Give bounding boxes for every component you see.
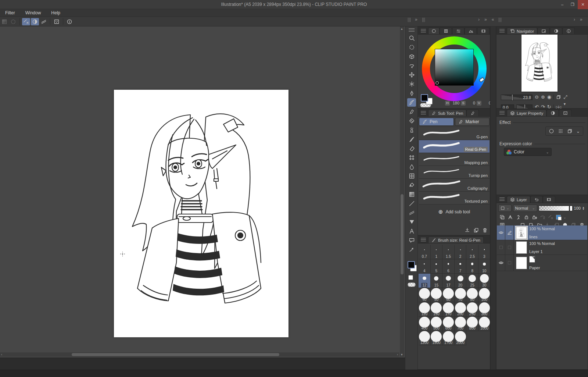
brush-item-calligraphy[interactable]: Calligraphy: [419, 179, 490, 192]
tool-line[interactable]: [407, 199, 416, 208]
layer-color-chevron-icon[interactable]: ⌄: [563, 216, 566, 219]
import-sub-tool-icon[interactable]: [465, 227, 470, 233]
horizontal-scrollbar[interactable]: ‹ ›: [0, 352, 399, 357]
zoom-slider-handle[interactable]: [512, 94, 513, 101]
zoom-slider[interactable]: 23.8: [501, 95, 533, 100]
expand-chevrons-icon[interactable]: »: [415, 17, 418, 22]
opacity-value[interactable]: 100: [574, 206, 581, 210]
brush-size-50[interactable]: 50: [431, 288, 443, 302]
tool-text[interactable]: [407, 227, 416, 235]
brush-size-0.7[interactable]: 0.7: [419, 245, 431, 259]
tab-sub-tool-alt[interactable]: [466, 110, 479, 116]
tab-intermediate-color[interactable]: [477, 28, 490, 34]
layer-name[interactable]: Paper: [529, 266, 540, 270]
layer-property-menu-icon[interactable]: [499, 111, 505, 114]
sv-cursor-icon[interactable]: [435, 81, 439, 85]
main-color-swatch[interactable]: [408, 261, 415, 268]
collapse-chevrons-icon[interactable]: «: [492, 17, 495, 22]
tool-gradient[interactable]: [407, 190, 416, 199]
brush-size-150[interactable]: 150: [431, 302, 443, 317]
brush-size-7[interactable]: 7: [455, 259, 467, 274]
tool-palette-menu-icon[interactable]: [409, 28, 415, 32]
color-panel-menu-icon[interactable]: [421, 29, 426, 32]
brush-size-2000[interactable]: 2000: [455, 331, 467, 345]
tool-kneaded-eraser[interactable]: [407, 117, 416, 125]
canvas-page[interactable]: [114, 90, 288, 337]
brush-size-1[interactable]: 1: [431, 245, 443, 259]
tab-timeline[interactable]: [543, 196, 555, 203]
tab-color-mixing[interactable]: [465, 28, 477, 34]
tool-pen-nib[interactable]: [407, 89, 416, 97]
tool-move[interactable]: [407, 71, 416, 79]
brush-size-2[interactable]: 2: [455, 245, 467, 259]
brush-size-menu-icon[interactable]: [421, 238, 426, 241]
layer-thumbnail[interactable]: [516, 227, 527, 239]
tone-effect-icon[interactable]: [558, 128, 563, 134]
sub-tool-menu-icon[interactable]: [421, 111, 426, 114]
opacity-slider[interactable]: [539, 206, 573, 211]
tool-airbrush[interactable]: [407, 126, 416, 134]
menu-filter[interactable]: Filter: [0, 9, 20, 17]
layer-visibility-toggle[interactable]: [497, 240, 505, 255]
brush-item-real-g-pen[interactable]: Real G-Pen: [419, 140, 490, 153]
brush-size-30[interactable]: 30: [478, 274, 491, 288]
tool-zoom[interactable]: [407, 34, 416, 42]
scroll-up-icon[interactable]: ▴: [401, 26, 403, 31]
tablet-mode-button[interactable]: [53, 18, 61, 25]
tool-lasso-selection[interactable]: [407, 61, 416, 70]
layer-editing-icon[interactable]: [505, 255, 514, 271]
close-button[interactable]: ✕: [578, 0, 588, 9]
layer-editing-icon[interactable]: [505, 240, 514, 255]
panel-main-color-swatch[interactable]: [421, 94, 428, 102]
tool-operation[interactable]: [407, 52, 416, 61]
lock-transparent-pixels-icon[interactable]: [532, 214, 537, 220]
brush-size-1500[interactable]: 1500: [431, 331, 443, 345]
brush-size-12[interactable]: 12: [419, 274, 431, 288]
tool-selection-marquee[interactable]: [407, 43, 416, 51]
layer-color-swatch[interactable]: [556, 215, 561, 220]
layer-name[interactable]: Layer 1: [529, 249, 555, 254]
zoom-in-icon[interactable]: ⊕: [541, 94, 545, 100]
layer-name[interactable]: lines: [529, 235, 555, 239]
brush-size-120[interactable]: 120: [419, 302, 431, 317]
tab-layer[interactable]: Layer: [507, 196, 530, 203]
blend-mode-dropdown[interactable]: Normal⌄: [513, 204, 537, 212]
brush-size-500[interactable]: 500: [431, 317, 443, 331]
tool-frame[interactable]: [407, 218, 416, 226]
tab-layer-property[interactable]: Layer Property: [507, 110, 546, 116]
saturation-value-square[interactable]: [435, 49, 474, 86]
layer-panel-menu-icon[interactable]: [499, 198, 505, 201]
tool-eraser[interactable]: [407, 144, 416, 153]
fit-to-screen-icon[interactable]: [556, 95, 561, 100]
scroll-right-icon[interactable]: ›: [397, 352, 398, 357]
right-expand-chevrons-icon[interactable]: »: [580, 17, 583, 22]
brush-size-600[interactable]: 600: [442, 317, 455, 331]
subtool-group-marker[interactable]: Marker: [455, 118, 490, 126]
tool-ruler[interactable]: [407, 209, 416, 217]
tool-grid[interactable]: [407, 172, 416, 180]
tab-information[interactable]: [562, 28, 575, 34]
tool-tone[interactable]: [407, 153, 416, 162]
brush-item-g-pen[interactable]: G-pen: [419, 127, 490, 140]
expression-color-dropdown[interactable]: Color ⌄: [504, 148, 552, 156]
brush-size-1000[interactable]: 1000: [478, 317, 491, 331]
brush-size-20[interactable]: 20: [455, 274, 467, 288]
tab-item-bank[interactable]: [550, 28, 562, 34]
layer-row-layer1[interactable]: 100 % Normal Layer 1: [497, 240, 587, 255]
brush-size-5[interactable]: 5: [431, 259, 443, 274]
tool-blend[interactable]: [407, 163, 416, 171]
border-effect-icon[interactable]: [549, 128, 554, 134]
effect-more-chevron-icon[interactable]: ⌄: [576, 129, 580, 134]
horizontal-scroll-thumb[interactable]: [72, 353, 279, 356]
minimize-button[interactable]: –: [557, 0, 567, 9]
brush-size-200[interactable]: 200: [455, 302, 467, 317]
navigator-menu-icon[interactable]: [499, 29, 505, 32]
expand-chevrons2-icon[interactable]: »: [484, 17, 487, 22]
dock-splitter[interactable]: [490, 26, 496, 370]
brush-size-3[interactable]: 3: [478, 245, 491, 259]
snap-to-guide-button[interactable]: [40, 18, 48, 25]
subtool-group-pen[interactable]: Pen: [419, 118, 454, 126]
brush-size-10[interactable]: 10: [478, 259, 491, 274]
tab-auto-action[interactable]: [530, 196, 543, 203]
snap-to-special-ruler-button[interactable]: [31, 18, 39, 25]
